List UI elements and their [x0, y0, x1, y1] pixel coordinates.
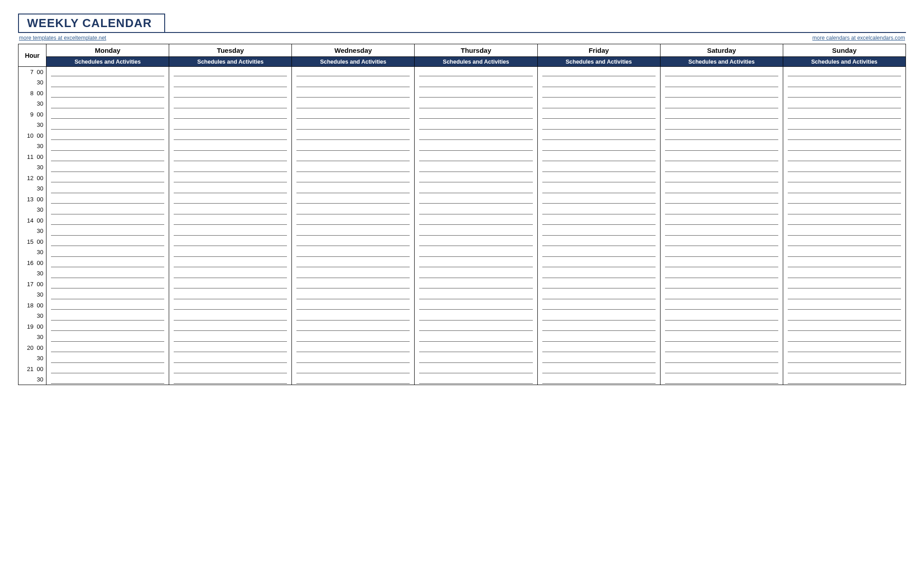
slot-tuesday-16-30[interactable]: [169, 268, 292, 279]
slot-tuesday-18-00[interactable]: [169, 300, 292, 311]
slot-sunday-19-30[interactable]: [783, 332, 906, 343]
slot-friday-8-30[interactable]: [537, 98, 660, 109]
slot-sunday-18-00[interactable]: [783, 300, 906, 311]
slot-monday-15-00[interactable]: [46, 237, 169, 247]
slot-sunday-16-30[interactable]: [783, 268, 906, 279]
slot-tuesday-20-30[interactable]: [169, 353, 292, 364]
slot-friday-12-30[interactable]: [537, 183, 660, 194]
slot-tuesday-12-00[interactable]: [169, 173, 292, 184]
slot-thursday-13-00[interactable]: [415, 194, 537, 205]
slot-tuesday-11-00[interactable]: [169, 152, 292, 163]
slot-thursday-16-00[interactable]: [415, 258, 537, 269]
slot-friday-17-30[interactable]: [537, 289, 660, 300]
slot-wednesday-9-30[interactable]: [292, 120, 415, 130]
slot-sunday-11-00[interactable]: [783, 152, 906, 163]
slot-saturday-19-00[interactable]: [660, 321, 783, 332]
slot-tuesday-21-00[interactable]: [169, 364, 292, 375]
slot-thursday-11-00[interactable]: [415, 152, 537, 163]
slot-friday-17-00[interactable]: [537, 279, 660, 290]
slot-friday-19-00[interactable]: [537, 321, 660, 332]
slot-saturday-13-30[interactable]: [660, 204, 783, 215]
slot-tuesday-15-30[interactable]: [169, 247, 292, 258]
slot-sunday-17-00[interactable]: [783, 279, 906, 290]
slot-friday-9-00[interactable]: [537, 109, 660, 120]
slot-tuesday-20-00[interactable]: [169, 343, 292, 353]
slot-wednesday-12-30[interactable]: [292, 183, 415, 194]
slot-tuesday-17-30[interactable]: [169, 289, 292, 300]
slot-saturday-19-30[interactable]: [660, 332, 783, 343]
slot-saturday-17-00[interactable]: [660, 279, 783, 290]
slot-thursday-10-30[interactable]: [415, 141, 537, 152]
slot-sunday-17-30[interactable]: [783, 289, 906, 300]
slot-thursday-17-30[interactable]: [415, 289, 537, 300]
slot-wednesday-10-00[interactable]: [292, 130, 415, 141]
slot-tuesday-8-30[interactable]: [169, 98, 292, 109]
slot-monday-20-00[interactable]: [46, 343, 169, 353]
slot-tuesday-13-00[interactable]: [169, 194, 292, 205]
slot-monday-17-00[interactable]: [46, 279, 169, 290]
slot-monday-18-00[interactable]: [46, 300, 169, 311]
slot-tuesday-9-30[interactable]: [169, 120, 292, 130]
slot-wednesday-13-30[interactable]: [292, 204, 415, 215]
slot-friday-18-00[interactable]: [537, 300, 660, 311]
slot-monday-10-30[interactable]: [46, 141, 169, 152]
slot-friday-7-00[interactable]: [537, 67, 660, 78]
slot-monday-14-30[interactable]: [46, 226, 169, 237]
slot-thursday-7-00[interactable]: [415, 67, 537, 78]
calendars-link[interactable]: more calendars at excelcalendars.com: [813, 35, 905, 41]
slot-monday-7-30[interactable]: [46, 77, 169, 88]
slot-monday-11-30[interactable]: [46, 162, 169, 173]
slot-sunday-20-00[interactable]: [783, 343, 906, 353]
slot-wednesday-12-00[interactable]: [292, 173, 415, 184]
slot-tuesday-16-00[interactable]: [169, 258, 292, 269]
slot-monday-20-30[interactable]: [46, 353, 169, 364]
slot-saturday-10-30[interactable]: [660, 141, 783, 152]
slot-saturday-15-00[interactable]: [660, 237, 783, 247]
slot-friday-20-00[interactable]: [537, 343, 660, 353]
slot-monday-18-30[interactable]: [46, 311, 169, 321]
slot-saturday-7-30[interactable]: [660, 77, 783, 88]
slot-sunday-19-00[interactable]: [783, 321, 906, 332]
slot-wednesday-18-00[interactable]: [292, 300, 415, 311]
slot-saturday-18-30[interactable]: [660, 311, 783, 321]
slot-thursday-21-00[interactable]: [415, 364, 537, 375]
slot-tuesday-10-00[interactable]: [169, 130, 292, 141]
slot-wednesday-9-00[interactable]: [292, 109, 415, 120]
slot-thursday-20-00[interactable]: [415, 343, 537, 353]
slot-wednesday-16-30[interactable]: [292, 268, 415, 279]
slot-tuesday-21-30[interactable]: [169, 374, 292, 385]
slot-wednesday-20-30[interactable]: [292, 353, 415, 364]
slot-friday-20-30[interactable]: [537, 353, 660, 364]
slot-thursday-8-00[interactable]: [415, 88, 537, 99]
slot-thursday-15-00[interactable]: [415, 237, 537, 247]
slot-sunday-15-00[interactable]: [783, 237, 906, 247]
slot-tuesday-15-00[interactable]: [169, 237, 292, 247]
slot-saturday-11-30[interactable]: [660, 162, 783, 173]
slot-tuesday-8-00[interactable]: [169, 88, 292, 99]
slot-monday-8-00[interactable]: [46, 88, 169, 99]
slot-friday-11-00[interactable]: [537, 152, 660, 163]
slot-friday-10-30[interactable]: [537, 141, 660, 152]
slot-thursday-14-30[interactable]: [415, 226, 537, 237]
slot-monday-12-00[interactable]: [46, 173, 169, 184]
slot-thursday-13-30[interactable]: [415, 204, 537, 215]
slot-monday-19-30[interactable]: [46, 332, 169, 343]
slot-friday-12-00[interactable]: [537, 173, 660, 184]
slot-wednesday-17-30[interactable]: [292, 289, 415, 300]
slot-wednesday-21-00[interactable]: [292, 364, 415, 375]
slot-sunday-10-30[interactable]: [783, 141, 906, 152]
slot-saturday-15-30[interactable]: [660, 247, 783, 258]
slot-wednesday-11-30[interactable]: [292, 162, 415, 173]
slot-wednesday-10-30[interactable]: [292, 141, 415, 152]
slot-sunday-7-00[interactable]: [783, 67, 906, 78]
slot-saturday-16-00[interactable]: [660, 258, 783, 269]
slot-sunday-21-00[interactable]: [783, 364, 906, 375]
slot-wednesday-7-30[interactable]: [292, 77, 415, 88]
slot-thursday-7-30[interactable]: [415, 77, 537, 88]
slot-wednesday-21-30[interactable]: [292, 374, 415, 385]
slot-thursday-9-00[interactable]: [415, 109, 537, 120]
slot-sunday-21-30[interactable]: [783, 374, 906, 385]
slot-friday-9-30[interactable]: [537, 120, 660, 130]
slot-saturday-20-00[interactable]: [660, 343, 783, 353]
slot-monday-13-30[interactable]: [46, 204, 169, 215]
